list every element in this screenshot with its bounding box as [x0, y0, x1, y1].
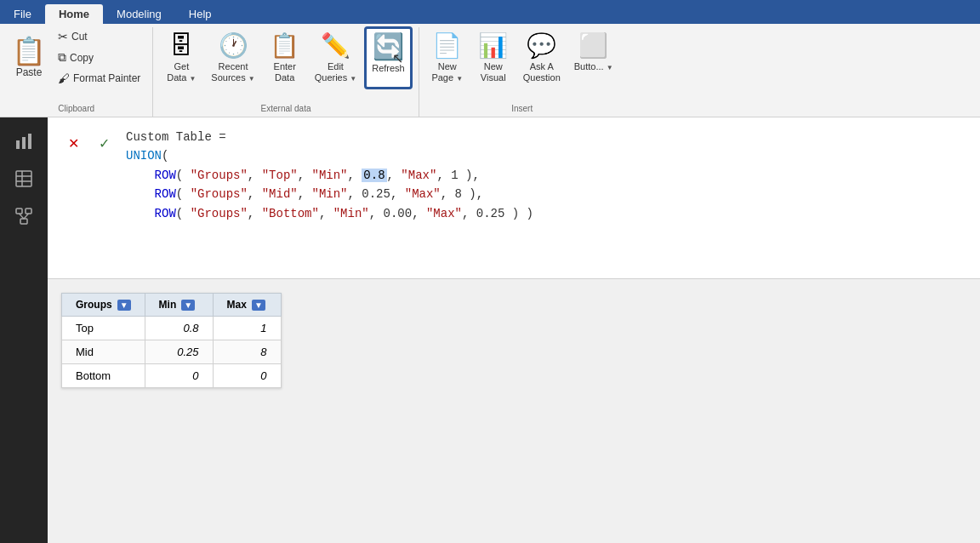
cell-min-2: 0.25 [145, 340, 213, 364]
col-max-label: Max [227, 299, 247, 311]
enter-data-label: EnterData [274, 61, 296, 83]
format-painter-label: Format Painter [73, 72, 140, 84]
external-data-section: 🗄 GetData ▼ 🕐 RecentSources ▼ 📋 EnterDat… [153, 27, 419, 117]
tab-modeling[interactable]: Modeling [103, 4, 175, 24]
sidebar-icon-model[interactable] [7, 199, 41, 233]
formula-controls: ✕ ✓ [61, 128, 116, 268]
cut-label: Cut [71, 31, 88, 43]
new-visual-button[interactable]: 📊 NewVisual [472, 27, 515, 89]
recent-sources-button[interactable]: 🕐 RecentSources ▼ [206, 27, 259, 89]
clipboard-right: ✂ Cut ⧉ Copy 🖌 Format Painter [53, 27, 145, 88]
left-sidebar [0, 117, 48, 543]
cell-max-1: 1 [213, 317, 281, 340]
col-header-groups: Groups ▼ [62, 294, 145, 317]
recent-sources-arrow: ▼ [248, 75, 255, 83]
copy-button[interactable]: ⧉ Copy [53, 48, 145, 67]
new-visual-label: NewVisual [481, 61, 506, 83]
cursor-indicator: ↖ [392, 50, 403, 66]
formula-text[interactable]: Custom Table = UNION( ROW( "Groups", "To… [126, 128, 966, 268]
new-page-button[interactable]: 📄 NewPage ▼ [426, 27, 469, 89]
cell-max-3: 0 [213, 364, 281, 388]
formula-line3: ROW( "Groups", "Top", "Min", 0.8, "Max",… [126, 166, 966, 185]
copy-label: Copy [70, 52, 94, 64]
new-page-label: NewPage [431, 61, 456, 83]
tab-help[interactable]: Help [175, 4, 225, 24]
sidebar-icon-chart[interactable] [7, 124, 41, 158]
main-content: ✕ ✓ Custom Table = UNION( ROW( "Groups",… [48, 117, 980, 543]
tab-file[interactable]: File [0, 4, 45, 24]
ask-question-button[interactable]: 💬 Ask AQuestion [518, 27, 566, 89]
paste-icon: 📋 [12, 37, 46, 65]
formula-line4: ROW( "Groups", "Mid", "Min", 0.25, "Max"… [126, 185, 966, 203]
insert-section: 📄 NewPage ▼ 📊 NewVisual 💬 Ask AQuestion … [419, 27, 625, 117]
edit-queries-label: EditQueries [315, 61, 348, 83]
col-header-max: Max ▼ [213, 294, 281, 317]
edit-queries-icon: ✏️ [321, 34, 350, 58]
get-data-button[interactable]: 🗄 GetData ▼ [160, 27, 202, 89]
edit-queries-button[interactable]: ✏️ EditQueries ▼ [310, 27, 362, 89]
copy-icon: ⧉ [58, 50, 66, 65]
recent-sources-icon: 🕐 [219, 34, 248, 58]
clipboard-section: 📋 Paste ✂ Cut ⧉ Copy 🖌 Format Painter Cl… [0, 27, 153, 117]
button-icon: ⬜ [578, 34, 608, 58]
table-row: Bottom 0 0 [62, 364, 282, 388]
svg-line-11 [24, 214, 29, 219]
new-visual-icon: 📊 [478, 34, 508, 58]
svg-line-10 [20, 214, 25, 219]
refresh-button[interactable]: 🔄 Refresh ↖ [365, 27, 412, 89]
paste-label: Paste [16, 66, 43, 78]
recent-sources-label: RecentSources [211, 61, 248, 83]
svg-rect-8 [26, 209, 31, 214]
table-row: Mid 0.25 8 [62, 340, 282, 364]
sidebar-icon-table[interactable] [7, 162, 41, 196]
enter-data-icon: 📋 [270, 34, 299, 58]
format-painter-button[interactable]: 🖌 Format Painter [53, 69, 145, 88]
col-groups-filter[interactable]: ▼ [117, 300, 131, 311]
paste-button[interactable]: 📋 Paste [7, 27, 51, 89]
col-groups-label: Groups [76, 299, 112, 311]
cell-min-3: 0 [145, 364, 213, 388]
col-max-filter[interactable]: ▼ [252, 300, 265, 311]
clipboard-section-label: Clipboard [7, 102, 145, 117]
svg-rect-0 [16, 140, 20, 149]
button-button[interactable]: ⬜ Butto... ▼ [569, 27, 618, 89]
ask-question-icon: 💬 [527, 34, 556, 58]
button-label: Butto... [574, 61, 604, 71]
cut-icon: ✂ [58, 30, 68, 43]
cell-groups-1: Top [62, 317, 145, 340]
tab-home[interactable]: Home [45, 4, 103, 24]
svg-rect-1 [22, 137, 26, 149]
ask-question-label: Ask AQuestion [523, 61, 561, 83]
table-row: Top 0.8 1 [62, 317, 282, 340]
ribbon: 📋 Paste ✂ Cut ⧉ Copy 🖌 Format Painter Cl… [0, 24, 980, 117]
data-table: Groups ▼ Min ▼ Max ▼ [61, 293, 282, 388]
data-table-container: Groups ▼ Min ▼ Max ▼ [48, 279, 980, 543]
formula-bar: ✕ ✓ Custom Table = UNION( ROW( "Groups",… [48, 117, 980, 279]
confirm-button[interactable]: ✓ [92, 131, 116, 155]
cell-max-2: 8 [213, 340, 281, 364]
cell-groups-2: Mid [62, 340, 145, 364]
ribbon-tabs: File Home Modeling Help [0, 0, 980, 24]
external-data-section-label: External data [160, 102, 411, 117]
cut-button[interactable]: ✂ Cut [53, 27, 145, 46]
svg-rect-3 [16, 171, 31, 186]
format-painter-icon: 🖌 [58, 71, 70, 85]
col-header-min: Min ▼ [145, 294, 213, 317]
formula-line2: UNION( [126, 146, 966, 165]
cancel-button[interactable]: ✕ [61, 131, 85, 155]
insert-section-label: Insert [426, 102, 618, 117]
enter-data-button[interactable]: 📋 EnterData [264, 27, 306, 89]
new-page-arrow: ▼ [456, 75, 463, 83]
new-page-icon: 📄 [432, 34, 462, 58]
svg-rect-7 [16, 209, 22, 214]
svg-rect-9 [20, 219, 27, 224]
col-min-filter[interactable]: ▼ [181, 300, 195, 311]
get-data-icon: 🗄 [169, 34, 193, 58]
formula-line5: ROW( "Groups", "Bottom", "Min", 0.00, "M… [126, 204, 966, 223]
edit-queries-arrow: ▼ [350, 75, 356, 83]
get-data-arrow: ▼ [190, 75, 197, 83]
svg-rect-2 [28, 134, 31, 149]
get-data-label: GetData [167, 61, 189, 83]
button-arrow: ▼ [607, 64, 613, 71]
table-header-row: Groups ▼ Min ▼ Max ▼ [62, 294, 282, 317]
